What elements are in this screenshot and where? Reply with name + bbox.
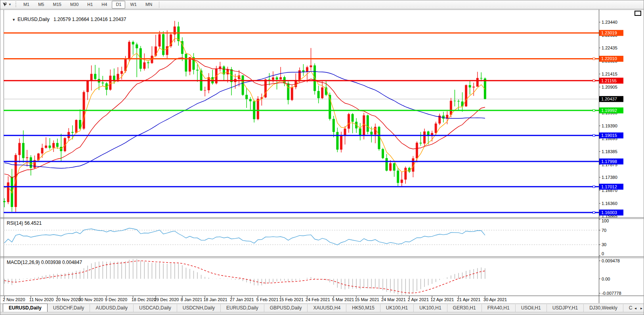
date-axis-tick: 27 Jan 2021: [230, 297, 254, 302]
svg-text:1.18385: 1.18385: [602, 149, 617, 154]
chart-tab-EURUSD-Daily[interactable]: EURUSD,Daily: [3, 304, 48, 312]
price-level-label[interactable]: 1.17012: [599, 184, 623, 190]
macd-axis-tick: 0.00: [602, 277, 610, 281]
date-axis-tick: 18 Dec 2020: [132, 297, 156, 302]
chart-tab-DJ30-Weekly[interactable]: DJ30,Weekly: [584, 304, 623, 312]
price-level-label[interactable]: 1.19015: [599, 133, 623, 139]
tabs-scroll-right-icon[interactable]: ►: [638, 305, 644, 312]
line-handle[interactable]: [593, 135, 595, 137]
chart-tabs: EURUSD,DailyUSDCHF,DailyAUDUSD,DailyUSDC…: [0, 304, 633, 312]
symbol-dropdown-icon[interactable]: ▼: [12, 18, 15, 22]
rsi-axis-tick: 0: [602, 251, 604, 256]
restore-window-icon[interactable]: [634, 11, 641, 16]
date-axis-tick: 5 Feb 2021: [256, 297, 279, 302]
svg-text:1.20437: 1.20437: [601, 97, 617, 101]
rsi-indicator-label: RSI(14) 56.4521: [7, 220, 42, 226]
chart-tab-USDCHF-Daily[interactable]: USDCHF,Daily: [48, 304, 90, 312]
chart-tab-FRA40-H1[interactable]: FRA40,H1: [482, 304, 516, 312]
price-level-label[interactable]: 1.22010: [599, 56, 623, 62]
price-level-label[interactable]: 1.17998: [599, 159, 623, 165]
line-handle[interactable]: [593, 58, 595, 60]
date-axis-tick: 18 Jan 2021: [203, 297, 227, 302]
chart-tab-EURUSD-Daily[interactable]: EURUSD,Daily: [221, 304, 264, 312]
trading-terminal-window: ▼ M1M5M15M30H1H4D1W1MN 1.234401.229301.2…: [0, 0, 644, 315]
chart-tab-XAUUSD-H4[interactable]: XAUUSD,H4: [308, 304, 346, 312]
line-handle[interactable]: [593, 186, 595, 188]
chart-tab-USDCNH-Daily[interactable]: USDCNH,Daily: [177, 304, 221, 312]
price-level-label[interactable]: 1.23019: [599, 30, 623, 36]
date-axis-tick: 12 Apr 2021: [430, 297, 454, 302]
chart-tab-USDJPY-H1[interactable]: USDJPY,H1: [547, 304, 584, 312]
date-axis-tick: 15 Mar 2021: [355, 297, 379, 302]
window-bottom-edge: [0, 312, 644, 315]
svg-text:1.23440: 1.23440: [602, 20, 617, 25]
price-level-label[interactable]: 1.16003: [599, 210, 623, 216]
rsi-axis-tick: 100: [602, 218, 609, 223]
rsi-axis-tick: 70: [602, 228, 606, 233]
svg-text:1.19992: 1.19992: [601, 108, 617, 113]
chart-ohlc-values: 1.20579 1.20664 1.20416 1.20437: [54, 17, 126, 22]
chart-tab-UK100-H1[interactable]: UK100,H1: [380, 304, 414, 312]
svg-text:1.23019: 1.23019: [601, 30, 617, 35]
date-axis-tick: 20 Nov 2020: [56, 297, 80, 302]
date-axis-tick: 30 Apr 2021: [483, 297, 507, 302]
date-axis-tick: 15 Feb 2021: [279, 297, 304, 302]
date-axis-tick: 2 Nov 2020: [3, 297, 25, 302]
svg-text:1.21155: 1.21155: [601, 78, 617, 83]
svg-text:1.16360: 1.16360: [602, 201, 617, 206]
chart-tab-USDCAD-Daily[interactable]: USDCAD,Daily: [134, 304, 177, 312]
rsi-axis-tick: 30: [602, 242, 606, 247]
date-axis-tick: 29 Dec 2020: [154, 297, 179, 302]
svg-text:1.17998: 1.17998: [601, 159, 617, 164]
date-axis-tick: 11 Nov 2020: [29, 297, 54, 302]
date-axis-tick: 30 Nov 2020: [78, 297, 103, 302]
line-handle[interactable]: [593, 212, 595, 214]
date-axis-tick: 21 Apr 2021: [457, 297, 480, 302]
chart-tab-HK50-M15[interactable]: HK50,M15: [346, 304, 380, 312]
tabs-scroll-left-icon[interactable]: ◄: [633, 305, 638, 312]
date-axis-tick: 9 Dec 2020: [105, 297, 127, 302]
svg-text:1.20905: 1.20905: [602, 85, 617, 89]
chart-tab-AUDUSD-Daily[interactable]: AUDUSD,Daily: [90, 304, 134, 312]
date-axis-tick: 24 Mar 2021: [381, 297, 406, 302]
svg-text:1.22435: 1.22435: [602, 46, 617, 50]
date-axis-tick: 8 Jan 2021: [181, 297, 202, 302]
svg-text:1.19390: 1.19390: [602, 123, 617, 128]
line-handle[interactable]: [593, 80, 595, 82]
price-level-label[interactable]: 1.21155: [599, 78, 623, 83]
date-axis-tick: 5 Mar 2021: [332, 297, 354, 302]
chart-tab-GBPUSD-Daily[interactable]: GBPUSD,Daily: [264, 304, 308, 312]
chart-tab-USOil-H1[interactable]: USOil,H1: [516, 304, 547, 312]
chart-title: ▼EURUSD,Daily1.20579 1.20664 1.20416 1.2…: [7, 11, 126, 28]
svg-text:1.21415: 1.21415: [602, 72, 617, 76]
line-handle[interactable]: [593, 110, 595, 112]
svg-text:1.17380: 1.17380: [602, 175, 617, 180]
current-price-label[interactable]: 1.20437: [599, 96, 623, 102]
macd-axis-tick: -0.007778: [602, 291, 621, 296]
macd-indicator-label: MACD(12,26,9) 0.003938 0.004847: [7, 260, 82, 265]
chart-symbol-label: EURUSD,Daily: [17, 17, 50, 22]
chart-tab-GER30-H1[interactable]: GER30,H1: [447, 304, 482, 312]
svg-text:1.22010: 1.22010: [601, 56, 617, 61]
price-level-label[interactable]: 1.19992: [599, 108, 623, 114]
macd-axis-tick: 0.009478: [602, 258, 620, 263]
svg-text:1.16003: 1.16003: [601, 210, 617, 215]
date-axis-tick: 24 Feb 2021: [306, 297, 330, 302]
svg-text:1.17012: 1.17012: [601, 184, 617, 189]
date-axis-tick: 2 Apr 2021: [408, 297, 429, 302]
chart-tab-UK100-H1[interactable]: UK100,H1: [414, 304, 447, 312]
svg-text:1.19015: 1.19015: [601, 133, 617, 138]
chart-tab-bar: EURUSD,DailyUSDCHF,DailyAUDUSD,DailyUSDC…: [0, 304, 644, 312]
candlestick-chart[interactable]: 1.234401.229301.224351.219251.214151.209…: [0, 0, 644, 303]
chart-tab-CHINA300-H1[interactable]: CHINA300,H1: [623, 304, 633, 312]
